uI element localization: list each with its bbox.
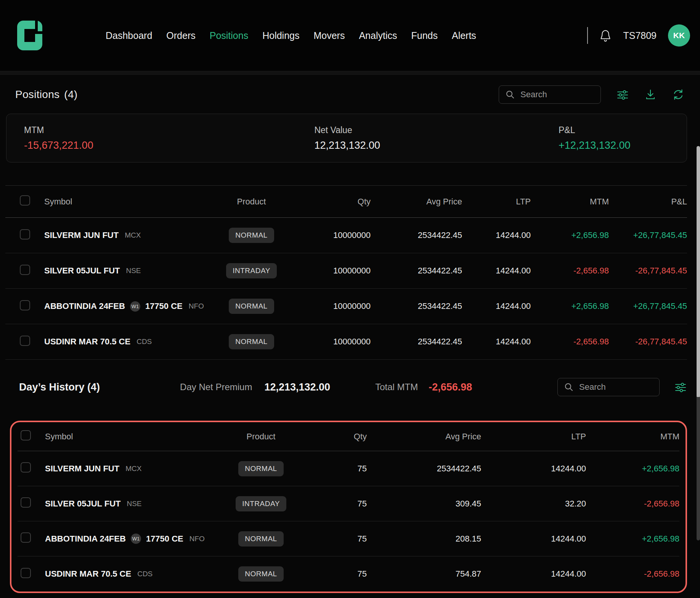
- mtm-cell: +2,656.98: [531, 301, 609, 311]
- page-title: Positions(4): [15, 88, 77, 101]
- positions-toolbar: [499, 85, 685, 104]
- table-row: ABBOTINDIA 24FEB W1 17750 CE NFO NORMAL …: [18, 521, 679, 556]
- summary-net-value-label: Net Value: [314, 125, 559, 135]
- positions-summary-card: MTM -15,673,221.00 Net Value 12,213,132.…: [6, 114, 687, 162]
- search-icon: [564, 382, 574, 392]
- product-badge: NORMAL: [238, 531, 283, 547]
- symbol-cell: SILVER 05JUL FUT NSE: [44, 266, 218, 276]
- row-checkbox[interactable]: [20, 336, 30, 346]
- mtm-cell: -2,656.98: [531, 266, 609, 276]
- avg-price-cell: 2534422.45: [367, 464, 481, 474]
- row-checkbox[interactable]: [20, 265, 30, 275]
- symbol-name: ABBOTINDIA 24FEB: [44, 301, 125, 311]
- days-history-head: Day’s History (4) Day Net Premium 12,213…: [5, 373, 687, 402]
- symbol-name: ABBOTINDIA 24FEB: [45, 534, 126, 544]
- nav-item-analytics[interactable]: Analytics: [359, 30, 397, 41]
- product-badge: NORMAL: [229, 299, 274, 314]
- col-symbol: Symbol: [44, 197, 218, 207]
- col-avg-price: Avg Price: [371, 197, 462, 207]
- mtm-cell: +2,656.98: [586, 464, 679, 474]
- summary-pnl-value: +12,213,132.00: [559, 140, 669, 151]
- nav-item-dashboard[interactable]: Dashboard: [106, 30, 152, 41]
- nav-item-holdings[interactable]: Holdings: [262, 30, 299, 41]
- avg-price-cell: 2534422.45: [371, 230, 462, 240]
- scrollbar-thumb[interactable]: [697, 146, 700, 398]
- qty-cell: 75: [294, 464, 367, 474]
- nav-item-funds[interactable]: Funds: [411, 30, 437, 41]
- download-icon[interactable]: [644, 88, 657, 101]
- ltp-cell: 14244.00: [462, 337, 531, 347]
- weekly-badge: W1: [131, 534, 141, 544]
- summary-net-value-value: 12,213,132.00: [314, 140, 559, 151]
- qty-cell: 75: [294, 569, 367, 579]
- row-checkbox[interactable]: [21, 462, 31, 473]
- positions-table: Symbol Product Qty Avg Price LTP MTM P&L…: [5, 185, 687, 360]
- qty-cell: 10000000: [285, 266, 371, 276]
- nav-item-orders[interactable]: Orders: [166, 30, 195, 41]
- row-checkbox[interactable]: [21, 497, 31, 508]
- positions-search-input[interactable]: [520, 90, 594, 100]
- table-row: ABBOTINDIA 24FEB W1 17750 CE NFO NORMAL …: [5, 289, 687, 324]
- table-row: USDINR MAR 70.5 CE CDS NORMAL 10000000 2…: [5, 324, 687, 360]
- nav-item-positions[interactable]: Positions: [210, 30, 248, 41]
- avatar[interactable]: KK: [668, 24, 690, 47]
- table-row: SILVERM JUN FUT MCX NORMAL 75 2534422.45…: [18, 451, 679, 486]
- select-all-checkbox[interactable]: [20, 195, 30, 206]
- product-badge: INTRADAY: [226, 263, 277, 278]
- symbol-strike: 17750 CE: [146, 534, 183, 544]
- row-checkbox[interactable]: [20, 300, 30, 310]
- nav-separator: [587, 27, 588, 44]
- mtm-cell: +2,656.98: [531, 230, 609, 240]
- row-checkbox[interactable]: [21, 532, 31, 543]
- positions-search[interactable]: [499, 85, 601, 104]
- select-all-checkbox[interactable]: [21, 430, 31, 440]
- qty-cell: 75: [294, 499, 367, 509]
- product-badge: INTRADAY: [236, 496, 286, 511]
- row-checkbox[interactable]: [21, 568, 31, 578]
- filter-icon[interactable]: [674, 381, 687, 393]
- ltp-cell: 14244.00: [481, 569, 586, 579]
- refresh-icon[interactable]: [672, 88, 685, 101]
- top-nav: Dashboard Orders Positions Holdings Move…: [0, 0, 700, 71]
- mtm-cell: -2,656.98: [586, 499, 679, 509]
- symbol-name: SILVERM JUN FUT: [44, 230, 119, 240]
- nav-item-movers[interactable]: Movers: [313, 30, 345, 41]
- col-ltp: LTP: [481, 432, 586, 442]
- symbol-name: SILVER 05JUL FUT: [44, 266, 120, 276]
- brand-logo[interactable]: [17, 21, 42, 50]
- avg-price-cell: 309.45: [367, 499, 481, 509]
- pnl-cell: -26,77,845.45: [609, 266, 687, 276]
- table-row: SILVER 05JUL FUT NSE INTRADAY 10000000 2…: [5, 253, 687, 289]
- day-net-premium-label: Day Net Premium: [180, 382, 252, 392]
- mtm-cell: -2,656.98: [531, 337, 609, 347]
- history-search[interactable]: [557, 378, 660, 396]
- mtm-cell: +2,656.98: [586, 534, 679, 544]
- col-qty: Qty: [294, 432, 367, 442]
- mtm-cell: -2,656.98: [586, 569, 679, 579]
- exchange-tag: NSE: [127, 500, 141, 508]
- search-icon: [505, 90, 515, 100]
- table-row: SILVERM JUN FUT MCX NORMAL 10000000 2534…: [5, 218, 687, 253]
- exchange-tag: NFO: [189, 302, 204, 310]
- ltp-cell: 14244.00: [462, 266, 531, 276]
- row-checkbox[interactable]: [20, 229, 30, 240]
- filter-icon[interactable]: [616, 88, 629, 101]
- pnl-cell: +26,77,845.45: [609, 301, 687, 311]
- history-search-input[interactable]: [579, 382, 653, 392]
- scrollbar-track[interactable]: [697, 397, 700, 540]
- col-symbol: Symbol: [45, 432, 228, 442]
- symbol-cell: SILVERM JUN FUT MCX: [44, 230, 218, 240]
- col-product: Product: [218, 197, 285, 207]
- pnl-cell: +26,77,845.45: [609, 230, 687, 240]
- qty-cell: 10000000: [285, 230, 371, 240]
- bell-icon[interactable]: [599, 29, 612, 42]
- day-net-premium-value: 12,213,132.00: [264, 381, 330, 393]
- col-mtm: MTM: [531, 197, 609, 207]
- symbol-strike: 17750 CE: [145, 301, 183, 311]
- ltp-cell: 14244.00: [481, 464, 586, 474]
- symbol-cell: SILVERM JUN FUT MCX: [45, 464, 228, 474]
- col-product: Product: [228, 432, 294, 442]
- qty-cell: 75: [294, 534, 367, 544]
- nav-item-alerts[interactable]: Alerts: [452, 30, 476, 41]
- account-id[interactable]: TS7809: [623, 30, 657, 41]
